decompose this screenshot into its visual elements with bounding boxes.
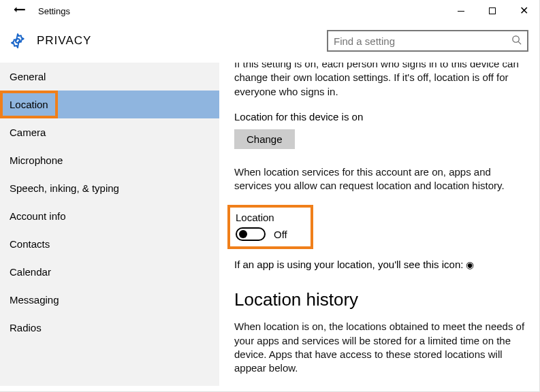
- location-toggle[interactable]: [236, 227, 266, 241]
- sidebar-item-label: Radios: [10, 322, 42, 333]
- location-target-icon: ◉: [466, 259, 474, 270]
- sidebar-item-messaging[interactable]: Messaging: [0, 286, 219, 314]
- header: PRIVACY: [0, 22, 539, 63]
- sidebar-item-label: General: [10, 71, 46, 82]
- maximize-button[interactable]: [477, 0, 508, 22]
- device-status: Location for this device is on: [234, 111, 527, 122]
- sidebar-item-radios[interactable]: Radios: [0, 314, 219, 342]
- page-title: PRIVACY: [37, 34, 316, 48]
- sidebar-item-label: Account info: [10, 210, 66, 222]
- history-body: When location is on, the locations obtai…: [234, 320, 527, 375]
- sidebar-item-account-info[interactable]: Account info: [0, 202, 219, 230]
- search-input[interactable]: [334, 35, 511, 47]
- highlight-annotation: Location: [0, 91, 58, 118]
- sidebar-item-label: Contacts: [10, 238, 50, 250]
- search-icon: [511, 35, 522, 47]
- account-text: When location services for this account …: [234, 165, 527, 193]
- gear-icon: [10, 33, 26, 49]
- sidebar-item-label: Speech, inking, & typing: [10, 182, 119, 194]
- history-heading: Location history: [234, 289, 527, 310]
- sidebar-item-label: Camera: [10, 127, 46, 138]
- close-button[interactable]: ✕: [508, 0, 539, 22]
- window-title: Settings: [38, 6, 70, 16]
- toggle-label: Location: [236, 212, 287, 223]
- sidebar-item-microphone[interactable]: Microphone: [0, 146, 219, 174]
- svg-line-2: [518, 42, 521, 44]
- sidebar-item-label: Microphone: [10, 154, 63, 166]
- highlight-annotation: Location Off: [227, 205, 313, 249]
- sidebar-item-location[interactable]: Location: [0, 91, 219, 118]
- icon-notice-text: If an app is using your location, you'll…: [234, 259, 463, 270]
- search-box[interactable]: [327, 30, 528, 52]
- sidebar-item-label: Messaging: [10, 294, 59, 306]
- sidebar-item-calendar[interactable]: Calendar: [0, 258, 219, 286]
- main-panel: If this setting is on, each person who s…: [219, 63, 539, 386]
- sidebar-item-contacts[interactable]: Contacts: [0, 230, 219, 258]
- sidebar-item-label: Location: [10, 99, 48, 110]
- sidebar-item-label: Calendar: [10, 266, 51, 278]
- sidebar: General Location Camera Microphone Speec…: [0, 63, 219, 386]
- change-button[interactable]: Change: [234, 129, 295, 149]
- sidebar-item-speech[interactable]: Speech, inking, & typing: [0, 174, 219, 202]
- back-button[interactable]: 🠔: [14, 3, 26, 18]
- intro-text: If this setting is on, each person who s…: [234, 63, 527, 99]
- sidebar-item-camera[interactable]: Camera: [0, 118, 219, 146]
- icon-notice: If an app is using your location, you'll…: [234, 259, 527, 270]
- minimize-button[interactable]: [445, 0, 477, 22]
- sidebar-item-general[interactable]: General: [0, 63, 219, 91]
- titlebar: 🠔 Settings ✕: [0, 0, 539, 22]
- toggle-knob: [239, 230, 247, 238]
- svg-point-1: [513, 36, 519, 42]
- toggle-state: Off: [274, 229, 287, 240]
